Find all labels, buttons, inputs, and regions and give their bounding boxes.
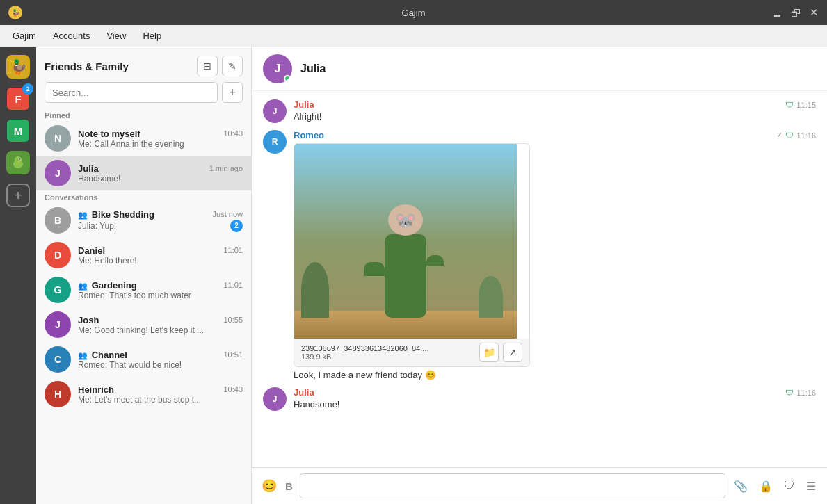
filename: 239106697_348933613482060_84....: [301, 344, 429, 352]
contact-item-channel[interactable]: C 👥 Channel 10:51 Romeo: That would be n…: [36, 342, 251, 377]
contact-info-bike: 👥 Bike Shedding Just now Julia: Yup! 2: [78, 209, 243, 232]
tree-right: [479, 276, 503, 318]
avatar-bike: B: [45, 207, 71, 234]
search-input[interactable]: [45, 82, 218, 103]
menu-accounts[interactable]: Accounts: [46, 28, 97, 44]
app-icon: 🦆: [8, 6, 22, 19]
minimize-button[interactable]: 🗕: [772, 7, 782, 19]
group-icon: 👥: [78, 211, 88, 219]
save-file-button[interactable]: 📁: [479, 343, 499, 362]
bold-button[interactable]: B: [284, 479, 294, 494]
contact-preview-channel: Romeo: That would be nice!: [78, 360, 217, 370]
contact-preview-josh: Me: Good thinking! Let's keep it ...: [78, 325, 217, 335]
shield-icon-m3: 🛡: [785, 388, 794, 398]
emoji-button[interactable]: 😊: [260, 477, 278, 495]
attach-button[interactable]: 📎: [731, 478, 750, 494]
add-account-button[interactable]: +: [6, 184, 30, 207]
msg-text-m3: Handsome!: [294, 399, 816, 409]
filesize: 139.9 kB: [301, 352, 429, 361]
maximize-button[interactable]: 🗗: [791, 7, 801, 19]
contact-name: Note to myself: [78, 129, 140, 139]
menu-view[interactable]: View: [99, 28, 133, 44]
close-button[interactable]: ✕: [810, 6, 819, 19]
edit-button[interactable]: ✎: [222, 56, 243, 76]
sidebar-item-f-account[interactable]: F 2: [4, 85, 32, 113]
contact-item-josh[interactable]: J Josh 10:55 Me: Good thinking! Let's ke…: [36, 307, 251, 342]
contact-preview-gardening: Romeo: That's too much water: [78, 291, 217, 300]
message-row-m1: J Julia 🛡 11:15 Alright!: [263, 99, 816, 123]
sidebar-item-duck[interactable]: 🦆: [4, 53, 32, 81]
contact-name-julia: Julia: [78, 163, 99, 174]
contact-item-heinrich[interactable]: H Heinrich 10:43 Me: Let's meet at the b…: [36, 377, 251, 412]
chat-header-avatar: J: [263, 54, 292, 83]
contact-name-bike: 👥 Bike Shedding: [78, 209, 154, 220]
contact-name-row-channel: 👥 Channel 10:51: [78, 350, 243, 360]
contact-item-note[interactable]: N Note to myself 10:43 Me: Call Anna in …: [36, 121, 251, 156]
contact-time-gardening: 11:01: [223, 281, 243, 289]
contact-item-gardening[interactable]: G 👥 Gardening 11:01 Romeo: That's too mu…: [36, 273, 251, 307]
sidebar-icons: 🦆 F 2 M +: [0, 47, 36, 504]
avatar-heinrich: H: [45, 381, 71, 407]
f-account-badge: 2: [22, 83, 33, 95]
contact-item-bike[interactable]: B 👥 Bike Shedding Just now Julia: Yup! 2: [36, 203, 251, 238]
contact-item-julia[interactable]: J Julia 1 min ago Handsome!: [36, 156, 251, 190]
chat-header-name: Julia: [300, 63, 326, 75]
contact-info-daniel: Daniel 11:01 Me: Hello there!: [78, 245, 243, 266]
group-icon-channel: 👥: [78, 351, 88, 359]
contact-name-daniel: Daniel: [78, 245, 105, 256]
menubar: Gajim Accounts View Help: [0, 25, 827, 47]
contact-time: 10:43: [223, 129, 243, 138]
section-conversations: Conversations: [36, 190, 251, 203]
contact-name-josh: Josh: [78, 315, 99, 325]
message-input[interactable]: [300, 473, 725, 498]
chat-area: J Julia J Julia 🛡 11:15 Alright: [252, 47, 827, 504]
msg-avatar-romeo: R: [263, 130, 287, 154]
menu-button[interactable]: ☰: [803, 478, 819, 494]
msg-sender-romeo: Romeo: [294, 130, 324, 140]
contact-time-bike: Just now: [213, 210, 243, 218]
contact-info-note: Note to myself 10:43 Me: Call Anna in th…: [78, 129, 243, 149]
msg-header-m2: Romeo ✓ 🛡 11:16: [294, 130, 816, 140]
menu-help[interactable]: Help: [136, 28, 168, 44]
sidebar-item-bird[interactable]: [4, 149, 32, 177]
contact-preview: Me: Call Anna in the evening: [78, 139, 217, 149]
contact-time-daniel: 11:01: [223, 246, 243, 254]
avatar-note: N: [45, 125, 71, 152]
contact-list: Friends & Family ⊟ ✎ + Pinned N Note to …: [36, 47, 252, 504]
msg-content-m3: Julia 🛡 11:16 Handsome!: [294, 387, 816, 409]
main-layout: 🦆 F 2 M + Frie: [0, 47, 827, 504]
filter-button[interactable]: ⊟: [197, 56, 218, 76]
contact-name-row-julia: Julia 1 min ago: [78, 163, 243, 174]
image-card: 🐭 239106697_348933613482060_84.... 139.9…: [294, 143, 530, 367]
lock-button[interactable]: 🔒: [756, 478, 776, 494]
contact-preview-heinrich: Me: Let's meet at the bus stop t...: [78, 395, 217, 405]
add-contact-button[interactable]: +: [222, 82, 243, 103]
menu-gajim[interactable]: Gajim: [6, 28, 43, 44]
msg-content-m1: Julia 🛡 11:15 Alright!: [294, 99, 816, 122]
contact-preview-bike: Julia: Yup!: [78, 221, 116, 231]
contact-info-heinrich: Heinrich 10:43 Me: Let's meet at the bus…: [78, 384, 243, 405]
msg-meta-m1: 🛡 11:15: [785, 100, 816, 110]
avatar-gardening: G: [45, 277, 71, 303]
open-file-button[interactable]: ↗: [503, 343, 522, 362]
unread-badge-bike: 2: [230, 220, 243, 232]
msg-header-m3: Julia 🛡 11:16: [294, 387, 816, 398]
contact-time-heinrich: 10:43: [223, 385, 243, 393]
bike-avatar-icon: B: [45, 207, 71, 234]
message-row-m2: R Romeo ✓ 🛡 11:16: [263, 130, 816, 380]
contact-time-channel: 10:51: [223, 350, 243, 359]
svg-text:B: B: [54, 215, 61, 226]
check-icon-m2: ✓: [776, 131, 782, 140]
avatar-josh: J: [45, 311, 71, 338]
contact-name-heinrich: Heinrich: [78, 384, 114, 395]
titlebar-left: 🦆: [8, 6, 22, 19]
chat-header: J Julia: [252, 47, 827, 91]
security-button[interactable]: 🛡: [781, 478, 798, 494]
sidebar-item-m-account[interactable]: M: [4, 117, 32, 145]
contact-item-daniel[interactable]: D Daniel 11:01 Me: Hello there!: [36, 238, 251, 273]
contact-time-josh: 10:55: [223, 316, 243, 324]
avatar-julia: J: [45, 160, 71, 186]
contact-name-row-josh: Josh 10:55: [78, 315, 243, 325]
contact-name-row-heinrich: Heinrich 10:43: [78, 384, 243, 395]
group-icon-gardening: 👥: [78, 282, 88, 290]
